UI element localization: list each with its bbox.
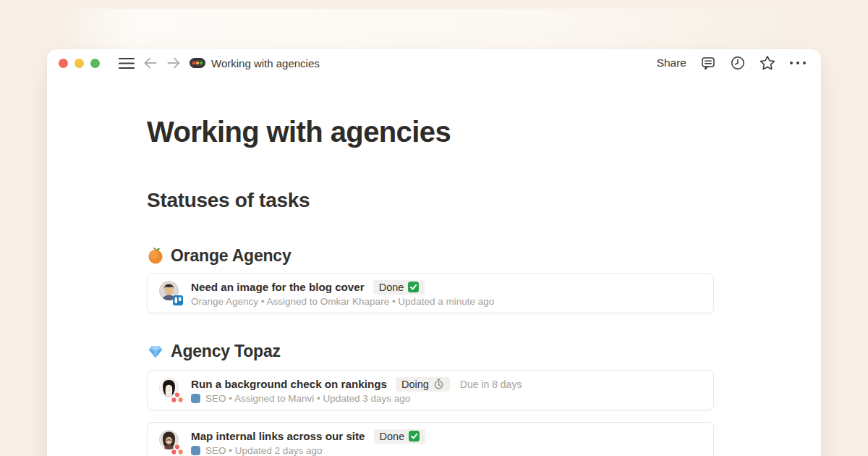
window-close-button[interactable]: [59, 59, 68, 68]
stopwatch-icon: [433, 379, 444, 389]
assignee-avatar: [159, 429, 181, 455]
window-titlebar: Working with agencies Share: [47, 49, 821, 77]
group-heading-agency-topaz: Agency Topaz: [147, 339, 281, 363]
task-card-body: Map internal links across our site Done …: [191, 429, 425, 456]
status-badge: Done: [374, 429, 426, 444]
status-label: Doing: [401, 379, 429, 390]
task-card-body: Need an image for the blog cover Done Or…: [191, 280, 494, 307]
due-date-label: Due in 8 days: [460, 379, 522, 390]
group-heading-orange-agency: Orange Agency: [147, 243, 292, 268]
hamburger-menu-icon[interactable]: [119, 57, 135, 69]
task-meta-text: Orange Agency • Assigned to Omkar Khapar…: [191, 296, 494, 307]
window-minimize-button[interactable]: [75, 59, 84, 68]
window-maximize-button[interactable]: [90, 59, 100, 68]
status-label: Done: [380, 431, 405, 442]
seo-tag-color-chip: [191, 446, 200, 455]
comments-icon[interactable]: [700, 55, 716, 71]
task-meta: SEO • Assigned to Manvi • Updated 3 days…: [191, 393, 522, 404]
seo-tag-color-chip: [191, 394, 200, 403]
back-arrow-icon[interactable]: [143, 57, 158, 69]
tangerine-emoji-icon: [147, 247, 164, 264]
task-meta: SEO • Updated 2 days ago: [191, 445, 425, 456]
task-meta: Orange Agency • Assigned to Omkar Khapar…: [191, 296, 494, 307]
titlebar-actions: Share: [657, 55, 807, 71]
status-label: Done: [379, 282, 404, 293]
task-title: Map internal links across our site: [191, 430, 365, 442]
app-window: Working with agencies Share Working with…: [47, 49, 821, 456]
task-card-body: Run a background check on rankings Doing…: [191, 377, 522, 404]
green-check-icon: [408, 282, 419, 292]
gem-emoji-icon: [147, 342, 164, 360]
status-badge: Doing: [396, 377, 450, 392]
task-title: Run a background check on rankings: [191, 378, 387, 390]
updates-clock-icon[interactable]: [730, 55, 746, 71]
status-badge: Done: [373, 280, 425, 295]
section-heading: Statuses of tasks: [147, 187, 310, 214]
task-meta-text: SEO • Assigned to Manvi • Updated 3 days…: [205, 393, 410, 404]
traffic-light-favicon-icon: [190, 58, 205, 68]
assignee-avatar: [159, 377, 181, 403]
task-meta-text: SEO • Updated 2 days ago: [205, 445, 323, 456]
task-card[interactable]: Run a background check on rankings Doing…: [147, 370, 714, 410]
group-name: Agency Topaz: [171, 342, 281, 361]
task-title: Need an image for the blog cover: [191, 281, 365, 293]
asana-logo-icon: [171, 392, 183, 402]
share-button[interactable]: Share: [657, 56, 686, 69]
assignee-avatar: [159, 280, 181, 306]
more-options-icon[interactable]: [789, 61, 807, 65]
page-title: Working with agencies: [147, 114, 451, 149]
task-card[interactable]: Need an image for the blog cover Done Or…: [147, 273, 714, 313]
titlebar-document-title: Working with agencies: [211, 57, 320, 69]
favorite-star-icon[interactable]: [760, 55, 775, 71]
group-name: Orange Agency: [171, 246, 292, 266]
forward-arrow-icon[interactable]: [166, 57, 181, 69]
trello-logo-icon: [173, 295, 183, 305]
green-check-icon: [409, 431, 420, 442]
task-card[interactable]: Map internal links across our site Done …: [147, 422, 714, 456]
asana-logo-icon: [171, 444, 183, 455]
